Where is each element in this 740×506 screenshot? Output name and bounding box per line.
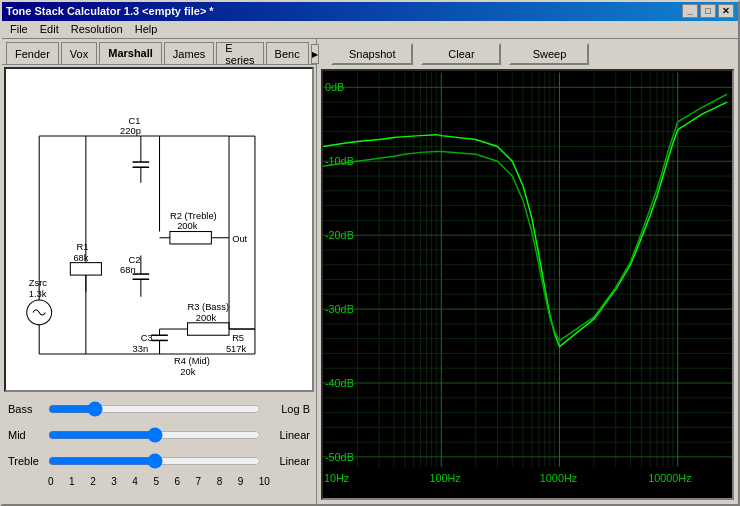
svg-text:33n: 33n <box>133 344 149 354</box>
mid-label: Mid <box>8 429 48 441</box>
treble-slider[interactable] <box>48 453 261 469</box>
sliders-area: Bass Log B Mid Linear Treble Linear 0 1 <box>2 394 316 504</box>
svg-text:R2 (Treble): R2 (Treble) <box>170 211 217 221</box>
treble-label: Treble <box>8 455 48 467</box>
right-panel: Snapshot Clear Sweep <box>317 39 738 504</box>
mid-slider-row: Mid Linear <box>8 424 310 446</box>
menu-help[interactable]: Help <box>129 21 164 37</box>
graph-area: 0dB -10dB -20dB -30dB -40dB -50dB 10Hz 1… <box>321 69 734 500</box>
tab-benc[interactable]: Benc <box>266 42 309 64</box>
svg-text:517k: 517k <box>226 344 247 354</box>
mid-slider[interactable] <box>48 427 261 443</box>
bass-label: Bass <box>8 403 48 415</box>
svg-text:10Hz: 10Hz <box>324 472 350 484</box>
title-bar-buttons: _ □ ✕ <box>682 4 734 18</box>
svg-text:Out: Out <box>232 234 247 244</box>
bass-type: Log B <box>265 403 310 415</box>
main-content: Fender Vox Marshall James E series Benc … <box>2 39 738 504</box>
menu-file[interactable]: File <box>4 21 34 37</box>
close-button[interactable]: ✕ <box>718 4 734 18</box>
maximize-button[interactable]: □ <box>700 4 716 18</box>
svg-text:R3 (Bass): R3 (Bass) <box>188 302 229 312</box>
svg-text:20k: 20k <box>180 367 195 377</box>
treble-slider-row: Treble Linear <box>8 450 310 472</box>
svg-text:10000Hz: 10000Hz <box>648 472 692 484</box>
svg-text:220p: 220p <box>120 126 141 136</box>
menu-edit[interactable]: Edit <box>34 21 65 37</box>
left-panel: Fender Vox Marshall James E series Benc … <box>2 39 317 504</box>
svg-text:R5: R5 <box>232 334 244 344</box>
svg-text:R1: R1 <box>77 242 89 252</box>
svg-text:200k: 200k <box>196 313 217 323</box>
svg-rect-15 <box>70 263 101 275</box>
clear-button[interactable]: Clear <box>421 43 501 65</box>
treble-type: Linear <box>265 455 310 467</box>
tabs-container: Fender Vox Marshall James E series Benc … <box>2 39 316 65</box>
circuit-svg: C1 220p R2 (Treble) 200k Out <box>6 69 312 390</box>
snapshot-button[interactable]: Snapshot <box>331 43 413 65</box>
svg-text:0dB: 0dB <box>325 81 344 93</box>
svg-text:R4 (Mid): R4 (Mid) <box>174 356 210 366</box>
svg-text:1000Hz: 1000Hz <box>540 472 578 484</box>
svg-text:C2: C2 <box>128 255 140 265</box>
svg-text:68k: 68k <box>73 253 88 263</box>
svg-rect-9 <box>170 232 211 244</box>
mid-type: Linear <box>265 429 310 441</box>
tab-marshall[interactable]: Marshall <box>99 42 162 64</box>
title-text: Tone Stack Calculator 1.3 <empty file> * <box>6 5 214 17</box>
circuit-diagram: C1 220p R2 (Treble) 200k Out <box>4 67 314 392</box>
svg-text:-30dB: -30dB <box>325 303 354 315</box>
svg-text:100Hz: 100Hz <box>429 472 461 484</box>
svg-text:-50dB: -50dB <box>325 451 354 463</box>
svg-rect-29 <box>188 323 229 335</box>
title-bar: Tone Stack Calculator 1.3 <empty file> *… <box>2 2 738 21</box>
tab-fender[interactable]: Fender <box>6 42 59 64</box>
scale-numbers: 0 1 2 3 4 5 6 7 8 9 10 <box>8 476 310 487</box>
sweep-button[interactable]: Sweep <box>509 43 589 65</box>
svg-text:200k: 200k <box>177 222 198 232</box>
svg-text:1.3k: 1.3k <box>29 289 47 299</box>
svg-text:Zsrc: Zsrc <box>29 279 47 289</box>
frequency-response-graph: 0dB -10dB -20dB -30dB -40dB -50dB 10Hz 1… <box>323 71 732 498</box>
menu-resolution[interactable]: Resolution <box>65 21 129 37</box>
menu-bar: File Edit Resolution Help <box>2 21 738 40</box>
tab-james[interactable]: James <box>164 42 214 64</box>
svg-text:-20dB: -20dB <box>325 229 354 241</box>
bass-slider[interactable] <box>48 401 261 417</box>
graph-controls: Snapshot Clear Sweep <box>321 43 734 65</box>
main-window: Tone Stack Calculator 1.3 <empty file> *… <box>0 0 740 506</box>
svg-text:C3: C3 <box>141 334 153 344</box>
tab-vox[interactable]: Vox <box>61 42 97 64</box>
tab-eseries[interactable]: E series <box>216 42 263 64</box>
svg-text:-40dB: -40dB <box>325 377 354 389</box>
svg-rect-56 <box>323 73 732 497</box>
minimize-button[interactable]: _ <box>682 4 698 18</box>
bass-slider-row: Bass Log B <box>8 398 310 420</box>
svg-text:C1: C1 <box>128 116 140 126</box>
